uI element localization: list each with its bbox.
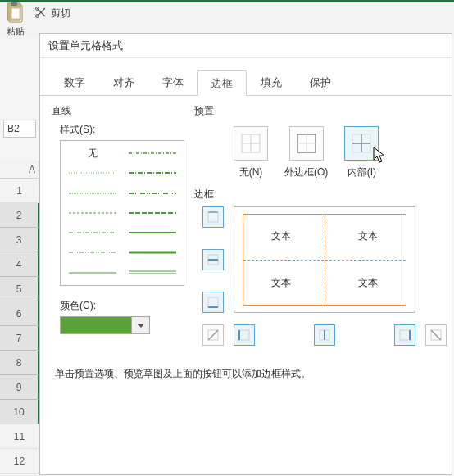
- line-style-swatch[interactable]: [66, 206, 119, 220]
- line-style-swatch[interactable]: [66, 245, 119, 260]
- clipboard-icon: [5, 1, 26, 25]
- line-style-swatch[interactable]: [66, 186, 119, 201]
- preset-none-label: 无(N): [239, 165, 263, 179]
- line-style-none[interactable]: 无: [66, 146, 119, 161]
- preset-section-label: 预置: [194, 104, 440, 118]
- line-style-swatch[interactable]: [125, 186, 179, 201]
- border-vertical-inner-button[interactable]: [314, 324, 335, 346]
- cut-label: 剪切: [51, 7, 70, 20]
- cut-button[interactable]: 剪切: [34, 6, 70, 21]
- row-header[interactable]: 12: [0, 449, 39, 474]
- color-swatch[interactable]: [60, 316, 132, 334]
- border-preview[interactable]: 文本 文本 文本 文本: [234, 206, 415, 313]
- preset-inside-label: 内部(I): [347, 165, 376, 179]
- svg-rect-3: [11, 8, 20, 19]
- row-header[interactable]: 4: [0, 252, 39, 277]
- svg-rect-41: [400, 330, 410, 340]
- row-header[interactable]: 6: [0, 301, 39, 326]
- style-label: 样式(S):: [60, 123, 186, 137]
- preset-none-button[interactable]: [234, 126, 268, 161]
- row-header[interactable]: 7: [0, 326, 39, 351]
- name-box[interactable]: B2: [3, 120, 36, 138]
- preset-inside-button[interactable]: [344, 126, 379, 161]
- border-right-button[interactable]: [394, 324, 415, 346]
- preview-cell-text: 文本: [271, 276, 291, 290]
- row-headers: 1 2 3 4 5 6 7 8 9 10 11 12: [0, 179, 39, 474]
- line-style-swatch[interactable]: [66, 225, 119, 240]
- line-section-label: 直线: [52, 104, 186, 118]
- svg-rect-33: [208, 297, 218, 307]
- scissors-icon: [34, 6, 48, 21]
- row-header[interactable]: 2: [0, 203, 39, 228]
- row-header[interactable]: 11: [0, 424, 39, 449]
- preset-outline-button[interactable]: [289, 126, 324, 161]
- row-header[interactable]: 5: [0, 277, 39, 301]
- row-header[interactable]: 9: [0, 375, 39, 400]
- line-style-swatch[interactable]: [125, 245, 179, 260]
- tab-number[interactable]: 数字: [50, 70, 99, 95]
- color-dropdown-button[interactable]: [132, 316, 150, 334]
- preview-mid-v: [325, 215, 325, 305]
- row-header[interactable]: 8: [0, 351, 39, 375]
- hint-text: 单击预置选项、预览草图及上面的按钮可以添加边框样式。: [40, 354, 452, 381]
- column-header-a[interactable]: A: [0, 161, 39, 179]
- border-diagonal-down-button[interactable]: [425, 324, 447, 346]
- svg-line-36: [208, 330, 218, 340]
- preset-outline-label: 外边框(O): [284, 165, 328, 179]
- paste-button[interactable]: 粘贴: [5, 1, 26, 38]
- ribbon-topbar: 粘贴 剪切: [0, 0, 454, 36]
- svg-rect-2: [11, 2, 17, 6]
- preview-outline: 文本 文本 文本 文本: [243, 214, 406, 306]
- preview-cell-text: 文本: [271, 229, 291, 243]
- tab-fill[interactable]: 填充: [247, 70, 296, 95]
- dialog-tabs: 数字 对齐 字体 边框 填充 保护: [40, 58, 452, 96]
- tab-font[interactable]: 字体: [148, 70, 197, 95]
- line-style-list[interactable]: 无: [60, 140, 184, 286]
- border-horizontal-inner-button[interactable]: [202, 249, 224, 270]
- border-top-button[interactable]: [202, 206, 224, 228]
- preview-cell-text: 文本: [358, 229, 378, 243]
- border-section-label: 边框: [194, 188, 440, 202]
- name-box-value: B2: [7, 123, 20, 134]
- tab-alignment[interactable]: 对齐: [99, 70, 148, 95]
- tab-border[interactable]: 边框: [197, 70, 247, 96]
- svg-rect-37: [239, 330, 249, 340]
- color-label: 颜色(C):: [60, 299, 186, 313]
- chevron-down-icon: [138, 324, 144, 328]
- line-style-swatch[interactable]: [125, 206, 179, 220]
- line-style-swatch[interactable]: [66, 165, 119, 180]
- paste-label: 粘贴: [7, 25, 25, 38]
- border-left-button[interactable]: [234, 324, 255, 346]
- row-header[interactable]: 3: [0, 228, 39, 252]
- row-header[interactable]: 1: [0, 179, 39, 203]
- border-diagonal-up-button[interactable]: [202, 324, 224, 346]
- border-bottom-button[interactable]: [202, 292, 224, 313]
- line-style-swatch[interactable]: [66, 265, 119, 280]
- line-style-swatch[interactable]: [125, 165, 179, 180]
- tab-protect[interactable]: 保护: [296, 70, 345, 95]
- line-style-swatch[interactable]: [125, 225, 179, 240]
- dialog-title: 设置单元格格式: [40, 34, 452, 58]
- row-header[interactable]: 10: [0, 400, 39, 424]
- svg-rect-30: [208, 212, 218, 222]
- format-cells-dialog: 设置单元格格式 数字 对齐 字体 边框 填充 保护 直线 样式(S): 无: [39, 33, 452, 475]
- preview-cell-text: 文本: [358, 276, 378, 290]
- line-style-swatch[interactable]: [125, 146, 179, 161]
- svg-line-44: [431, 330, 441, 340]
- line-style-swatch[interactable]: [125, 265, 179, 280]
